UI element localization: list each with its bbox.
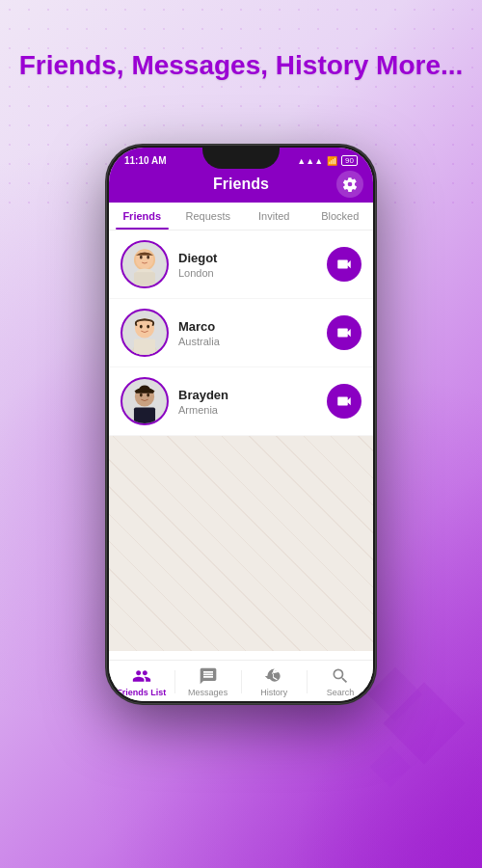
status-icons: ▲▲▲ 📶 90 — [297, 155, 358, 166]
avatar-image-3 — [122, 377, 167, 425]
friend-info-3: Brayden Armenia — [178, 388, 327, 416]
promo-header: Friends, Messages, History More... — [0, 48, 482, 83]
svg-rect-6 — [134, 272, 155, 286]
settings-button[interactable] — [336, 171, 363, 198]
tab-bar: Friends Requests Invited Blocked — [109, 203, 373, 231]
friend-name-1: Diegot — [178, 251, 327, 265]
gear-icon — [342, 176, 358, 192]
tab-blocked[interactable]: Blocked — [308, 203, 374, 230]
avatar-image-2 — [122, 309, 167, 357]
svg-rect-8 — [134, 339, 155, 355]
empty-pattern — [109, 436, 373, 651]
svg-point-4 — [147, 256, 149, 259]
status-time: 11:10 AM — [124, 155, 167, 166]
friend-info-1: Diegot London — [178, 251, 327, 279]
battery-icon: 90 — [341, 155, 358, 166]
svg-rect-12 — [134, 407, 155, 423]
svg-point-11 — [147, 325, 149, 329]
friends-list: Diegot London — [109, 231, 373, 436]
avatar-image-1 — [122, 240, 167, 288]
friend-item-2[interactable]: Marco Australia — [109, 299, 373, 367]
avatar-marco — [120, 309, 169, 357]
signal-icon: ▲▲▲ — [297, 156, 323, 166]
friend-location-3: Armenia — [178, 404, 327, 416]
video-call-btn-3[interactable] — [327, 384, 362, 419]
friend-location-1: London — [178, 267, 327, 279]
video-icon-3 — [335, 393, 353, 410]
phone-screen: 11:10 AM ▲▲▲ 📶 90 Friends F — [109, 148, 373, 701]
tab-invited[interactable]: Invited — [241, 203, 308, 230]
tab-requests[interactable]: Requests — [175, 203, 242, 230]
friend-name-2: Marco — [178, 319, 327, 334]
app-title: Friends — [213, 176, 269, 193]
video-icon-2 — [335, 324, 353, 341]
phone-frame: 11:10 AM ▲▲▲ 📶 90 Friends F — [106, 145, 376, 704]
friend-info-2: Marco Australia — [178, 319, 327, 347]
friend-name-3: Brayden — [178, 388, 327, 402]
video-call-btn-2[interactable] — [327, 315, 362, 350]
svg-point-3 — [140, 256, 143, 259]
svg-point-15 — [147, 393, 149, 397]
svg-point-10 — [140, 325, 143, 329]
friend-item-1[interactable]: Diegot London — [109, 231, 373, 299]
app-header: Friends — [109, 168, 373, 203]
promo-title: Friends, Messages, History More... — [0, 48, 482, 83]
video-call-btn-1[interactable] — [327, 247, 362, 282]
phone-notch — [202, 148, 280, 169]
avatar-diegot — [120, 240, 169, 288]
empty-content-area — [109, 436, 373, 651]
svg-point-14 — [140, 393, 143, 397]
friend-item-3[interactable]: Brayden Armenia — [109, 367, 373, 436]
wifi-icon: 📶 — [327, 156, 337, 166]
video-icon-1 — [335, 256, 353, 273]
tab-friends[interactable]: Friends — [109, 203, 175, 230]
friend-location-2: Australia — [178, 336, 327, 347]
avatar-brayden — [120, 377, 169, 425]
